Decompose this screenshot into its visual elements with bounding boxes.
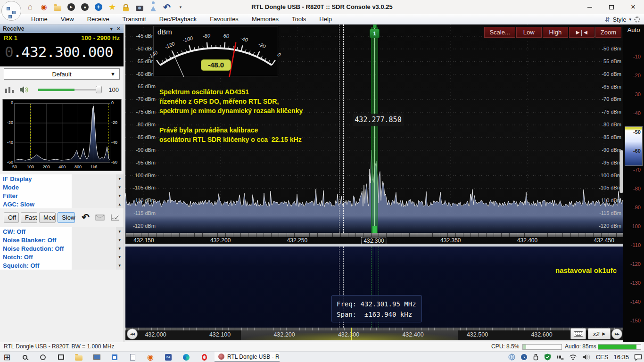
agc-button[interactable]: Med: [39, 212, 56, 223]
search-icon[interactable]: [21, 353, 29, 362]
tuning-marker-knob[interactable]: [373, 25, 377, 28]
band-navigation-bar[interactable]: 432.000432.100432.200432.300432.400432.5…: [125, 328, 623, 340]
style-dropdown-icon[interactable]: ▾: [629, 17, 631, 22]
dsp-option-row[interactable]: Squelch: Off ▾: [0, 261, 124, 270]
spectrum-toolbar: Scale...LowHigh►|◄Zoom: [484, 27, 621, 38]
tuning-marker[interactable]: [371, 27, 378, 233]
panel-collapse-icon[interactable]: ▾: [110, 26, 113, 32]
edge-icon[interactable]: [182, 353, 190, 362]
audio-x-label: 800: [74, 165, 82, 169]
frequency-tick-label: 432.150: [133, 237, 154, 244]
band-nav-right-button[interactable]: ▶▶: [611, 329, 622, 339]
spectrum-toolbar-button[interactable]: Zoom: [595, 27, 621, 38]
menu-tab[interactable]: View: [54, 14, 81, 25]
rx-marker-badge[interactable]: 1: [370, 29, 380, 38]
dsp-option-label: Mode: [3, 184, 118, 191]
agc-button[interactable]: Fast: [21, 212, 37, 223]
frequency-display[interactable]: 0.432.300.000: [0, 41, 124, 60]
graph-icon[interactable]: [110, 214, 120, 221]
app-menu-button[interactable]: [1, 1, 21, 21]
menu-tab[interactable]: Help: [313, 14, 339, 25]
agc-button[interactable]: Off: [4, 212, 19, 223]
palette-scale-label: -70: [633, 167, 641, 173]
dsp-option-row[interactable]: Noise Reduction: Off ▾: [0, 244, 124, 253]
action-center-icon[interactable]: [634, 354, 642, 361]
network-globe-icon[interactable]: [508, 354, 515, 361]
defender-shield-icon[interactable]: [544, 354, 551, 361]
menu-tab[interactable]: Receive: [81, 14, 116, 25]
volume-icon[interactable]: [582, 354, 591, 360]
undo-arrow-icon[interactable]: ↶: [82, 214, 90, 221]
opera-icon[interactable]: [200, 353, 208, 362]
waterfall-palette-strip[interactable]: Auto -10-20-30-40-50-60-70-80-90-100-110…: [623, 25, 644, 342]
meter-scale-label: -60: [222, 33, 230, 39]
display-app-icon[interactable]: [92, 353, 101, 362]
style-label[interactable]: Style: [613, 16, 627, 23]
menu-tab[interactable]: Favourites: [203, 14, 245, 25]
browser-orange-icon[interactable]: ◉: [146, 353, 155, 362]
dsp-option-row[interactable]: CW: Off ▾: [0, 227, 124, 236]
chevron-icon[interactable]: ▾: [118, 255, 121, 259]
settings-gear-icon[interactable]: [634, 16, 640, 23]
dsp-option-row[interactable]: Filter ▾: [0, 191, 124, 200]
send-report-icon[interactable]: [95, 214, 105, 221]
speaker-icon[interactable]: [19, 86, 29, 94]
keyboard-entry-button[interactable]: [570, 328, 586, 339]
chevron-icon[interactable]: ▾: [118, 229, 121, 234]
window-app-icon[interactable]: [110, 353, 119, 362]
volume-slider[interactable]: [38, 86, 101, 93]
chevron-icon[interactable]: ▾: [118, 185, 121, 189]
spectrum-toolbar-button[interactable]: ►|◄: [569, 27, 594, 38]
dsp-option-row[interactable]: AGC: Slow ▴: [0, 200, 124, 208]
equalizer-icon[interactable]: [5, 86, 15, 93]
taskbar-active-app-button[interactable]: RTL Dongle USB - R82...: [215, 352, 280, 362]
chevron-icon[interactable]: ▾: [118, 176, 121, 181]
menu-tab[interactable]: Home: [25, 14, 54, 25]
band-nav-left-button[interactable]: ◀◀: [127, 329, 138, 339]
agc-button[interactable]: Slow: [58, 212, 75, 223]
start-button[interactable]: ⊞: [3, 353, 11, 362]
chevron-icon[interactable]: ▾: [118, 238, 121, 242]
menu-tab[interactable]: Tools: [285, 14, 313, 25]
power-plug-icon[interactable]: [556, 354, 564, 360]
rf-spectrum-display[interactable]: -45 dBm-50 dBm-55 dBm-60 dBm-65 dBm-70 d…: [125, 25, 623, 244]
clock-app-icon[interactable]: [520, 354, 528, 361]
menu-tab[interactable]: Transmit: [116, 14, 153, 25]
menu-tab[interactable]: Memories: [245, 14, 285, 25]
style-switcher-icon[interactable]: ⇵: [605, 16, 610, 23]
chevron-icon[interactable]: ▴: [118, 202, 121, 206]
clock-time[interactable]: 16:35: [613, 354, 629, 361]
keyboard-language-indicator[interactable]: CES: [596, 354, 609, 361]
scale-scrollbar-thumb[interactable]: [619, 150, 623, 193]
band-zoom-button[interactable]: x2▶: [588, 328, 611, 339]
sdr-64-app-icon[interactable]: 64: [164, 353, 173, 362]
usb-device-icon[interactable]: [533, 354, 539, 361]
menu-tab[interactable]: Rec/Playback: [153, 14, 203, 25]
dsp-option-row[interactable]: Notch: Off ▾: [0, 253, 124, 261]
band-frequency-label: 432.400: [402, 331, 423, 338]
waterfall-display[interactable]: nastavoval ok1ufc Freq: 432.301.95 MHz S…: [125, 247, 623, 328]
chevron-icon[interactable]: ▾: [118, 263, 121, 268]
volume-slider-thumb[interactable]: [96, 86, 102, 93]
dsp-option-row[interactable]: IF Display ▾: [0, 174, 124, 183]
profile-select[interactable]: Default ▼: [4, 68, 120, 80]
palette-scale-label: -110: [631, 242, 641, 248]
frequency-ruler[interactable]: [125, 233, 623, 237]
panel-close-icon[interactable]: ✕: [116, 26, 121, 32]
spectrum-toolbar-button[interactable]: Low: [516, 27, 542, 38]
notepad-icon[interactable]: [128, 353, 137, 362]
wifi-icon[interactable]: [569, 354, 577, 360]
file-explorer-icon[interactable]: [74, 353, 83, 362]
dsp-option-row[interactable]: Mode ▾: [0, 183, 124, 191]
cortana-icon[interactable]: [39, 353, 47, 362]
chevron-icon[interactable]: ▾: [118, 246, 121, 251]
annotation-line: řízeného z GPS DO, měřeno RTL SDR,: [159, 97, 303, 106]
spectrum-toolbar-button[interactable]: Scale...: [484, 27, 515, 38]
maximize-button[interactable]: [601, 0, 622, 14]
chevron-icon[interactable]: ▾: [118, 193, 121, 198]
dsp-option-row[interactable]: Noise Blanker: Off ▾: [0, 236, 124, 244]
task-view-icon[interactable]: [57, 353, 65, 362]
close-button[interactable]: ×: [622, 0, 644, 14]
minimize-button[interactable]: [579, 0, 601, 14]
spectrum-toolbar-button[interactable]: High: [543, 27, 568, 38]
